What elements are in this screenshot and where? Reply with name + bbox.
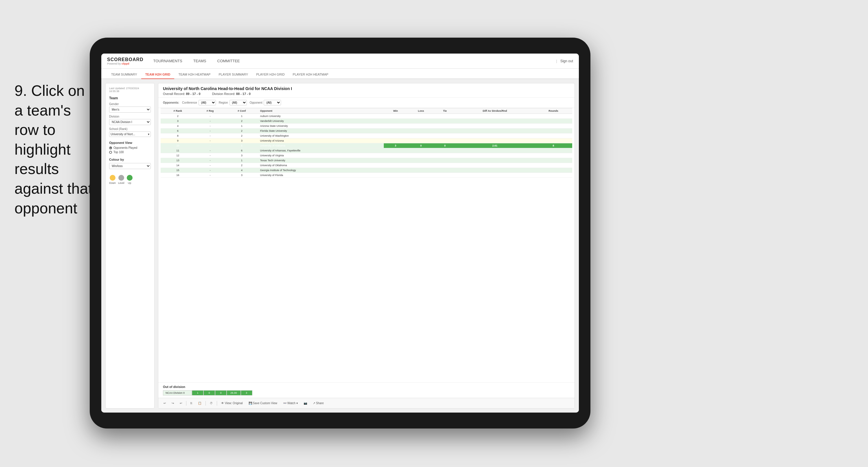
division-select[interactable]: NCAA Division I	[109, 119, 151, 125]
col-win: Win	[384, 108, 407, 114]
ood-name: NCAA Division II	[163, 390, 192, 396]
toolbar-sep-1	[186, 401, 186, 406]
last-updated: Last Updated: 27/03/2024 16:55:38	[109, 87, 151, 93]
tab-player-h2h-grid[interactable]: PLAYER H2H GRID	[252, 70, 288, 79]
legend-down: Down	[109, 175, 116, 184]
share-icon: ↗	[313, 402, 315, 405]
ood-loss: 0	[204, 390, 215, 396]
copy-button[interactable]: ⎘	[189, 401, 194, 406]
table-row[interactable]: 8-2University of Washington	[161, 134, 572, 138]
table-row[interactable]: 12-3University of Virginia	[161, 153, 572, 158]
tab-team-h2h-heatmap[interactable]: TEAM H2H HEATMAP	[174, 70, 214, 79]
team-label: Team	[109, 96, 151, 100]
sidebar: Last Updated: 27/03/2024 16:55:38 Team G…	[105, 83, 155, 409]
watch-chevron: ▾	[297, 402, 298, 405]
grid-header: University of North Carolina Head-to-Hea…	[158, 83, 575, 97]
sign-out-area: | Sign out	[556, 59, 573, 63]
legend-level-dot	[118, 175, 124, 181]
col-opponent: Opponent	[258, 108, 384, 114]
division-record-label: Division Record: 88 - 17 - 0	[212, 92, 251, 95]
conference-select[interactable]: (All)	[198, 100, 216, 106]
gender-select[interactable]: Men's	[109, 107, 151, 113]
tab-team-h2h-grid[interactable]: TEAM H2H GRID	[141, 70, 175, 79]
brand-name: clippd	[122, 62, 129, 65]
eye-icon: 👁	[221, 402, 224, 405]
step-number: 9.	[14, 82, 27, 99]
col-loss: Loss	[407, 108, 434, 114]
clock-icon: ⏱	[210, 402, 213, 405]
overall-record-value: 89 - 17 - 0	[186, 92, 200, 95]
col-rounds: Rounds	[534, 108, 572, 114]
clock-button[interactable]: ⏱	[208, 401, 214, 406]
table-row[interactable]: 4-1Arizona State University	[161, 124, 572, 128]
nav-tournaments[interactable]: TOURNAMENTS	[152, 59, 184, 63]
col-reg: # Reg	[195, 108, 225, 114]
table-row[interactable]: 11-6University of Arkansas, Fayetteville	[161, 148, 572, 153]
grid-area: University of North Carolina Head-to-Hea…	[158, 83, 575, 409]
gender-label: Gender	[109, 103, 151, 106]
back-icon: ↩	[180, 402, 182, 405]
radio-top100[interactable]: Top 100	[109, 150, 151, 154]
opponent-filter: Opponent (All)	[250, 100, 281, 106]
share-button[interactable]: ↗ Share	[311, 401, 326, 406]
table-row[interactable]: 2-1Auburn University	[161, 114, 572, 119]
table-row[interactable]: 6-2Florida State University	[161, 128, 572, 134]
grid-title: University of North Carolina Head-to-Hea…	[163, 86, 570, 91]
nav-committee[interactable]: COMMITTEE	[216, 59, 241, 63]
paste-button[interactable]: 📋	[196, 401, 203, 406]
tablet-screen: SCOREBOARD Powered by clippd TOURNAMENTS…	[101, 54, 579, 413]
conference-filter: Conference (All)	[182, 100, 216, 106]
h2h-table: # Rank # Reg # Conf Opponent Win Loss Ti…	[161, 108, 572, 178]
table-row[interactable]: 15-4Georgia Institute of Technology	[161, 168, 572, 173]
legend-up-dot	[127, 175, 132, 181]
camera-icon: 📷	[304, 402, 307, 405]
bottom-toolbar: ↩ ↪ ↩ ⎘ 📋	[158, 398, 575, 408]
region-select[interactable]: (All)	[229, 100, 247, 106]
sub-nav: TEAM SUMMARY TEAM H2H GRID TEAM H2H HEAT…	[101, 68, 579, 79]
radio-opponents-played[interactable]: Opponents Played	[109, 146, 151, 149]
tab-player-h2h-heatmap[interactable]: PLAYER H2H HEATMAP	[288, 70, 332, 79]
toolbar-sep-2	[206, 401, 206, 406]
instruction-text: 9. Click on a team's row to highlight re…	[14, 81, 95, 218]
opponents-label: Opponents:	[163, 101, 179, 104]
redo-icon: ↪	[172, 402, 174, 405]
col-conf: # Conf	[225, 108, 258, 114]
watch-button[interactable]: 👓 Watch ▾	[281, 401, 300, 406]
col-tie: Tie	[435, 108, 455, 114]
colour-by-select[interactable]: Win/loss	[109, 163, 151, 169]
sign-out-button[interactable]: Sign out	[560, 59, 573, 63]
ood-win: 1	[192, 390, 204, 396]
table-row[interactable]: 10-5University of Alabama3002.618	[161, 143, 572, 148]
back-button[interactable]: ↩	[178, 401, 184, 406]
division-label: Division	[109, 115, 151, 118]
radio-opponents-dot	[109, 146, 112, 149]
radio-top100-dot	[109, 151, 112, 154]
ood-rounds: 3	[241, 390, 252, 396]
tab-player-summary[interactable]: PLAYER SUMMARY	[214, 70, 252, 79]
overall-record-label: Overall Record: 89 - 17 - 0	[163, 92, 200, 95]
grid-records: Overall Record: 89 - 17 - 0 Division Rec…	[163, 92, 570, 95]
redo-button[interactable]: ↪	[170, 401, 176, 406]
school-select[interactable]: University of Nort... ▾	[109, 132, 151, 137]
view-original-button[interactable]: 👁 View: Original	[219, 401, 245, 406]
table-header-row: # Rank # Reg # Conf Opponent Win Loss Ti…	[161, 108, 572, 114]
table-row[interactable]: 3-2Vanderbilt University	[161, 119, 572, 124]
region-filter: Region (All)	[219, 100, 247, 106]
undo-button[interactable]: ↩	[162, 401, 167, 406]
grid-filters: Opponents: Conference (All) Region (All)	[158, 97, 575, 108]
table-row[interactable]: 16-3University of Florida	[161, 173, 572, 178]
ood-row[interactable]: NCAA Division II 1 0 0 26.00 3	[163, 390, 570, 396]
opponent-select[interactable]: (All)	[264, 100, 281, 106]
ood-label: Out of division	[163, 385, 570, 388]
legend-down-dot	[110, 175, 116, 181]
nav-teams[interactable]: TEAMS	[192, 59, 208, 63]
legend: Down Level Up	[109, 175, 151, 184]
save-custom-view-button[interactable]: 💾 Save Custom View	[247, 401, 279, 406]
table-row[interactable]: 13-1Texas Tech University	[161, 158, 572, 163]
col-rank: # Rank	[161, 108, 195, 114]
tab-team-summary[interactable]: TEAM SUMMARY	[107, 70, 141, 79]
screenshot-button[interactable]: 📷	[302, 401, 309, 406]
colour-by-label: Colour by	[109, 158, 151, 161]
table-row[interactable]: 14-2University of Oklahoma	[161, 163, 572, 168]
table-row[interactable]: 9-3University of Arizona	[161, 138, 572, 143]
